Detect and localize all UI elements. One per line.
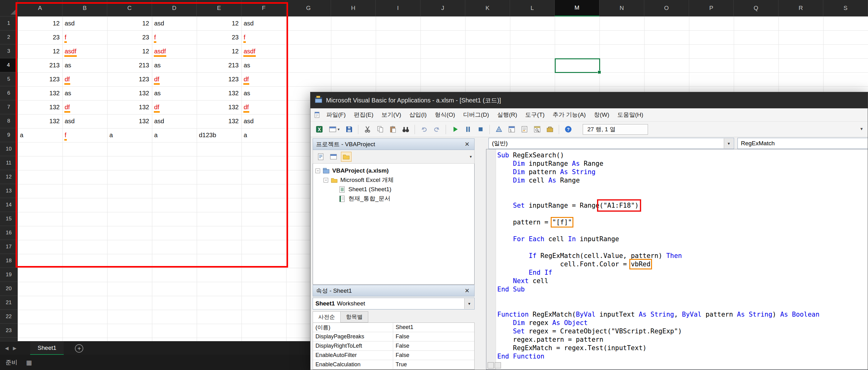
menu-item-tools[interactable]: 도구(T)	[521, 108, 549, 121]
menu-item-run[interactable]: 실행(R)	[493, 108, 521, 121]
full-module-view-button[interactable]	[495, 362, 501, 368]
row-header-3[interactable]: 3	[0, 44, 18, 58]
row-header-18[interactable]: 18	[0, 254, 18, 268]
tree-item-excel-objects[interactable]: −Microsoft Excel 개체	[315, 175, 474, 185]
column-header-O[interactable]: O	[644, 0, 689, 16]
property-row-2[interactable]: DisplayRightToLeftFalse	[313, 341, 474, 351]
column-header-N[interactable]: N	[599, 0, 644, 16]
menu-item-window[interactable]: 창(W)	[590, 108, 614, 121]
row-header-19[interactable]: 19	[0, 268, 18, 282]
row-header-16[interactable]: 16	[0, 226, 18, 240]
properties-tab-1[interactable]: 항목별	[340, 311, 368, 323]
chevron-down-icon[interactable]: ▾	[470, 154, 472, 159]
redo-icon[interactable]	[431, 124, 442, 135]
tree-item-thisworkbook[interactable]: 현재_통합_문서	[315, 194, 474, 203]
break-icon[interactable]	[462, 124, 473, 135]
column-header-P[interactable]: P	[689, 0, 734, 16]
column-header-I[interactable]: I	[376, 0, 421, 16]
menu-item-add-ins[interactable]: 추가 기능(A)	[549, 108, 590, 121]
row-header-1[interactable]: 1	[0, 16, 18, 30]
row-header-13[interactable]: 13	[0, 184, 18, 198]
column-header-G[interactable]: G	[286, 0, 331, 16]
copy-icon[interactable]	[374, 124, 386, 135]
close-icon[interactable]: ✕	[463, 287, 471, 294]
properties-tab-0[interactable]: 사전순	[313, 311, 341, 323]
macro-record-icon[interactable]: ▦	[26, 359, 32, 366]
object-dropdown[interactable]: (일반) ▾	[489, 138, 734, 149]
row-header-9[interactable]: 9	[0, 128, 18, 142]
column-header-M[interactable]: M	[555, 0, 599, 16]
tree-item-vbaproject[interactable]: −VBAProject (a.xlsm)	[315, 166, 474, 175]
chevron-down-icon[interactable]: ▾	[464, 298, 474, 309]
column-header-L[interactable]: L	[510, 0, 555, 16]
menu-item-help[interactable]: 도움말(H)	[614, 108, 647, 121]
column-header-K[interactable]: K	[465, 0, 510, 16]
add-sheet-button[interactable]: +	[75, 344, 83, 352]
menu-item-format[interactable]: 형식(O)	[431, 108, 459, 121]
procedure-view-button[interactable]	[488, 362, 494, 368]
object-browser-icon[interactable]	[531, 124, 542, 135]
find-icon[interactable]	[400, 124, 411, 135]
property-row-4[interactable]: EnableCalculationTrue	[313, 360, 474, 369]
menu-item-insert[interactable]: 삽입(I)	[405, 108, 431, 121]
sheet-nav-right-icon[interactable]: ▶	[13, 345, 17, 351]
row-header-14[interactable]: 14	[0, 198, 18, 212]
property-row-3[interactable]: EnableAutoFilterFalse	[313, 351, 474, 360]
properties-window-icon[interactable]	[519, 124, 530, 135]
property-value[interactable]: False	[393, 341, 474, 350]
view-object-icon[interactable]	[328, 152, 339, 162]
expander-icon[interactable]: −	[323, 178, 328, 182]
row-header-15[interactable]: 15	[0, 212, 18, 226]
row-header-23[interactable]: 23	[0, 324, 18, 338]
row-header-7[interactable]: 7	[0, 100, 18, 114]
object-selector[interactable]: Sheet1 Worksheet ▾	[313, 298, 474, 309]
property-value[interactable]: False	[393, 332, 474, 341]
row-header-20[interactable]: 20	[0, 282, 18, 296]
row-header-5[interactable]: 5	[0, 72, 18, 86]
fill-handle[interactable]	[598, 70, 601, 74]
column-header-S[interactable]: S	[823, 0, 868, 16]
tree-item-sheet1[interactable]: Sheet1 (Sheet1)	[315, 185, 474, 194]
toolbar-overflow-icon[interactable]: ▾	[860, 126, 863, 132]
help-icon[interactable]: ?	[562, 124, 574, 135]
menu-item-view[interactable]: 보기(V)	[378, 108, 405, 121]
property-row-1[interactable]: DisplayPageBreaksFalse	[313, 332, 474, 341]
row-header-12[interactable]: 12	[0, 170, 18, 184]
expander-icon[interactable]: −	[315, 169, 320, 173]
save-icon[interactable]	[343, 124, 354, 135]
menu-item-file[interactable]: 파일(F)	[322, 108, 350, 121]
row-header-8[interactable]: 8	[0, 114, 18, 128]
toggle-folders-icon[interactable]	[341, 152, 351, 162]
select-all-corner[interactable]	[0, 0, 18, 16]
row-header-4[interactable]: 4	[0, 58, 18, 72]
property-value[interactable]: False	[393, 351, 474, 360]
column-header-H[interactable]: H	[331, 0, 376, 16]
row-header-22[interactable]: 22	[0, 310, 18, 324]
property-value[interactable]: Sheet1	[393, 323, 474, 332]
property-row-0[interactable]: (이름)Sheet1	[313, 323, 474, 332]
excel-icon[interactable]: X	[314, 124, 325, 135]
run-icon[interactable]	[450, 124, 461, 135]
procedure-dropdown[interactable]: RegExMatch ▾	[738, 138, 868, 149]
column-header-J[interactable]: J	[421, 0, 465, 16]
vba-title-bar[interactable]: Microsoft Visual Basic for Applications …	[310, 92, 868, 108]
row-header-2[interactable]: 2	[0, 30, 18, 44]
chevron-down-icon[interactable]: ▾	[724, 138, 734, 148]
row-header-17[interactable]: 17	[0, 240, 18, 254]
row-header-21[interactable]: 21	[0, 296, 18, 310]
row-header-11[interactable]: 11	[0, 156, 18, 170]
cut-icon[interactable]	[362, 124, 373, 135]
chevron-down-icon[interactable]: ▾	[338, 127, 340, 132]
column-header-R[interactable]: R	[778, 0, 823, 16]
close-icon[interactable]: ✕	[463, 141, 471, 148]
sheet-tab-sheet1[interactable]: Sheet1	[30, 341, 64, 355]
view-dropdown-icon[interactable]: ▾	[326, 124, 342, 135]
toolbox-icon[interactable]	[544, 124, 555, 135]
column-header-Q[interactable]: Q	[734, 0, 778, 16]
undo-icon[interactable]	[418, 124, 430, 135]
row-header-6[interactable]: 6	[0, 86, 18, 100]
project-explorer-icon[interactable]	[506, 124, 517, 135]
reset-icon[interactable]	[475, 124, 486, 135]
paste-icon[interactable]	[387, 124, 398, 135]
row-header-10[interactable]: 10	[0, 142, 18, 156]
